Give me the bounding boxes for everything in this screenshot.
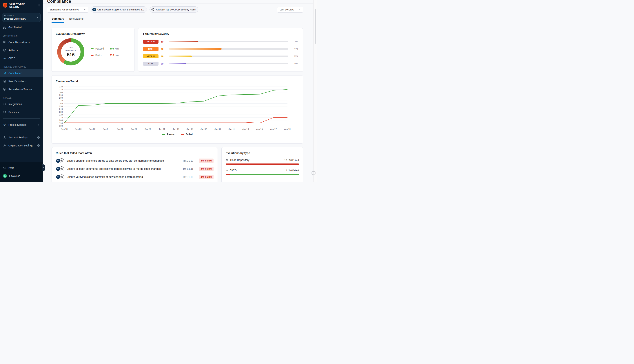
svg-text:Dec 22: Dec 22 bbox=[89, 128, 95, 130]
sidebar-item-get-started[interactable]: Get Started bbox=[0, 23, 43, 31]
sidebar-item-label: Rule Definitions bbox=[9, 79, 27, 83]
svg-text:Jan 05: Jan 05 bbox=[187, 128, 193, 130]
standards-filter-select[interactable]: Standards: All Benchmarks bbox=[47, 6, 88, 13]
sidebar-item-code-repositories[interactable]: Code Repositories bbox=[0, 38, 43, 46]
rule-standards-icons: CIS bbox=[56, 166, 64, 171]
rule-row[interactable]: CIS Ensure all open comments are resolve… bbox=[56, 165, 213, 173]
sidebar-item-rule-definitions[interactable]: Rule Definitions bbox=[0, 77, 43, 85]
legend-dash-failed bbox=[91, 55, 94, 56]
module-switcher-icon[interactable] bbox=[38, 4, 40, 7]
sidebar-item-integrations[interactable]: Integrations bbox=[0, 100, 43, 108]
rule-row[interactable]: CIS Ensure verifying signed commits of n… bbox=[56, 173, 213, 181]
sidebar-item-label: Artifacts bbox=[9, 48, 18, 52]
sidebar-item-pipelines[interactable]: Pipelines bbox=[0, 108, 43, 116]
sidebar-item-remediation-tracker[interactable]: Remediation Tracker bbox=[0, 85, 43, 93]
severity-count: 29 bbox=[161, 62, 167, 65]
project-name: Product Exploratory bbox=[4, 18, 36, 20]
chat-help-icon[interactable] bbox=[310, 170, 317, 176]
cis-logo-icon: CIS bbox=[92, 8, 96, 11]
severity-percent: 14% bbox=[290, 62, 298, 65]
legend-label: Passed bbox=[167, 133, 175, 136]
rule-rows: CIS Ensure open git branches are up to d… bbox=[56, 157, 213, 181]
sidebar-item-cicd[interactable]: ∞ CI/CD bbox=[0, 54, 43, 62]
svg-text:200: 200 bbox=[59, 119, 63, 121]
evaluation-breakdown-card: Evaluation Breakdown Total evaluations 5… bbox=[52, 28, 134, 72]
svg-text:210: 210 bbox=[59, 116, 63, 118]
tab-evaluations[interactable]: Evaluations bbox=[69, 17, 84, 23]
sidebar-item-organization-settings[interactable]: Organization Settings bbox=[0, 142, 43, 150]
sidebar-item-help[interactable]: Help bbox=[0, 164, 43, 172]
type-progress-failed bbox=[226, 174, 230, 175]
svg-text:320: 320 bbox=[59, 86, 63, 88]
user-name: Lavakush bbox=[9, 174, 20, 178]
sidebar-header: Supply Chain Security bbox=[0, 0, 43, 11]
severity-bar-fill bbox=[169, 48, 222, 50]
sidebar-collapse-handle[interactable] bbox=[42, 164, 45, 171]
type-group-code-repository: Code Repository 10 / 10 Failed bbox=[226, 158, 299, 165]
svg-text:Dec 26: Dec 26 bbox=[117, 128, 123, 130]
failed-count: 210 bbox=[110, 54, 114, 57]
sidebar-item-compliance[interactable]: Compliance bbox=[0, 69, 43, 77]
sidebar-group-manage: MANAGE bbox=[0, 93, 43, 100]
donut-center: Total evaluations 516 bbox=[61, 42, 81, 62]
svg-text:Jan 13: Jan 13 bbox=[242, 128, 249, 130]
dashboard-content: Evaluation Breakdown Total evaluations 5… bbox=[43, 23, 317, 182]
brand-line2: Security bbox=[9, 6, 36, 8]
cis-logo-icon: CIS bbox=[56, 166, 61, 171]
svg-text:190: 190 bbox=[59, 122, 63, 124]
rule-row[interactable]: CIS Ensure open git branches are up to d… bbox=[56, 157, 213, 165]
sidebar-item-artifacts[interactable]: Artifacts bbox=[0, 46, 43, 54]
rule-failed-badge: 240 Failed bbox=[199, 175, 213, 179]
scrollbar[interactable] bbox=[313, 0, 317, 182]
type-group-cicd: ∞ CI/CD 4 / 66 Failed bbox=[226, 169, 299, 175]
pipeline-icon bbox=[3, 110, 6, 114]
type-label: Code Repository bbox=[230, 158, 249, 162]
infinity-icon: ∞ bbox=[3, 57, 6, 60]
svg-text:300: 300 bbox=[59, 91, 63, 94]
severity-percent: 44% bbox=[290, 48, 298, 50]
owasp-logo-icon bbox=[151, 8, 155, 11]
sidebar-item-label: Organization Settings bbox=[9, 144, 33, 147]
sidebar-item-account-settings[interactable]: Account Settings bbox=[0, 134, 43, 142]
svg-text:220: 220 bbox=[59, 114, 63, 116]
svg-text:Dec 24: Dec 24 bbox=[103, 128, 110, 130]
benchmark-chip-owasp[interactable]: OWASP Top 10 CI/CD Security Risks bbox=[150, 6, 198, 13]
type-progress-failed bbox=[226, 164, 299, 165]
severity-bar-track bbox=[169, 56, 288, 57]
severity-row-high: HIGH 92 44% bbox=[143, 45, 298, 52]
severity-percent: 24% bbox=[290, 40, 298, 43]
rule-text: Ensure verifying signed commits of new c… bbox=[67, 176, 180, 178]
breakdown-body: Total evaluations 516 Passed 306 rules bbox=[56, 38, 130, 66]
cis-logo-icon: CIS bbox=[56, 174, 61, 179]
evaluation-donut: Total evaluations 516 bbox=[57, 38, 84, 66]
breakdown-legend: Passed 306 rules Failed 210 rules bbox=[91, 47, 119, 57]
sidebar: Supply Chain Security PROJECT Product Ex… bbox=[0, 0, 43, 182]
svg-text:Dec 28: Dec 28 bbox=[131, 128, 137, 130]
svg-text:240: 240 bbox=[59, 108, 63, 110]
tab-summary[interactable]: Summary bbox=[52, 17, 64, 23]
main-content: Compliance Standards: All Benchmarks CIS… bbox=[43, 0, 317, 182]
card-title: Evalutions by type bbox=[226, 152, 299, 154]
failures-by-severity-card: Failures by Severity CRITICAL 50 24% HIG… bbox=[138, 28, 303, 72]
people-icon bbox=[3, 144, 6, 147]
legend-row-passed: Passed 306 rules bbox=[91, 47, 119, 50]
sidebar-item-label: Project Settings bbox=[9, 123, 27, 127]
severity-bar-fill bbox=[169, 41, 198, 42]
svg-text:Jan 11: Jan 11 bbox=[229, 128, 235, 130]
passed-count: 306 bbox=[110, 47, 114, 50]
type-progress-bar bbox=[226, 164, 299, 165]
rule-standards-icons: CIS bbox=[56, 158, 64, 163]
project-selector[interactable]: PROJECT Product Exploratory bbox=[2, 13, 41, 22]
svg-text:Dec 30: Dec 30 bbox=[145, 128, 151, 130]
trend-legend-passed: Passed bbox=[162, 133, 175, 136]
svg-text:180: 180 bbox=[59, 125, 63, 127]
svg-text:Jan 15: Jan 15 bbox=[256, 128, 263, 130]
date-range-select[interactable]: Last 30 Days bbox=[277, 6, 303, 13]
scrollbar-thumb[interactable] bbox=[314, 9, 316, 44]
app-root: Supply Chain Security PROJECT Product Ex… bbox=[0, 0, 317, 182]
benchmark-chip-cis[interactable]: CIS CIS Software Supply Chain Benchmarks… bbox=[91, 6, 147, 13]
evaluation-trend-card: Evaluation Trend 32031030029028027026025… bbox=[52, 75, 303, 144]
chip-label: CIS Software Supply Chain Benchmarks 1.0 bbox=[97, 8, 144, 11]
sidebar-item-project-settings[interactable]: ⚙ Project Settings bbox=[0, 121, 43, 129]
sidebar-item-user[interactable]: L Lavakush bbox=[0, 172, 43, 180]
